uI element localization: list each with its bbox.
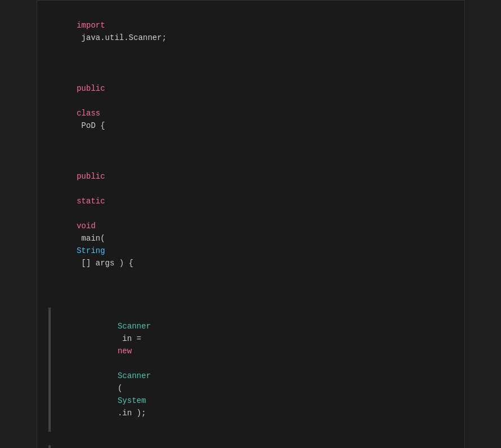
code-line-blank3 [37, 282, 464, 295]
code-line-1: import java.util.Scanner; [37, 6, 464, 57]
code-line-blank4 [37, 295, 464, 307]
keyword-class: class [77, 109, 100, 118]
code-line-10: String courseName = in.nextLine(); [37, 445, 464, 448]
text [118, 359, 122, 368]
code-line-blank5 [37, 432, 464, 445]
text [77, 209, 81, 218]
text: main( [77, 234, 110, 243]
text: .in ); [118, 409, 146, 418]
text: [] args ) { [77, 259, 134, 268]
text: ( [118, 384, 127, 393]
keyword-public2: public [77, 172, 105, 181]
system-class: System [118, 396, 146, 405]
type-string: String [77, 246, 105, 255]
code-line-5: public static void main( String [] args … [37, 157, 464, 282]
code-line-3: public class PoD { [37, 69, 464, 145]
code-line-blank [37, 57, 464, 69]
keyword-static: static [77, 197, 105, 206]
text: java.util.Scanner; [77, 33, 167, 42]
keyword-public: public [77, 84, 105, 93]
keyword-void: void [77, 221, 96, 230]
text [77, 184, 81, 193]
text: in = [118, 334, 146, 343]
type-scanner: Scanner [118, 322, 151, 331]
text [77, 96, 81, 105]
keyword-new: new [118, 347, 132, 356]
code-editor: import java.util.Scanner; public class P… [37, 0, 465, 448]
keyword-import: import [77, 21, 105, 30]
code-line-8: Scanner in = new Scanner ( System .in ); [37, 307, 464, 432]
text: PoD { [77, 121, 105, 130]
type-scanner2: Scanner [118, 371, 151, 380]
code-line-blank2 [37, 145, 464, 157]
